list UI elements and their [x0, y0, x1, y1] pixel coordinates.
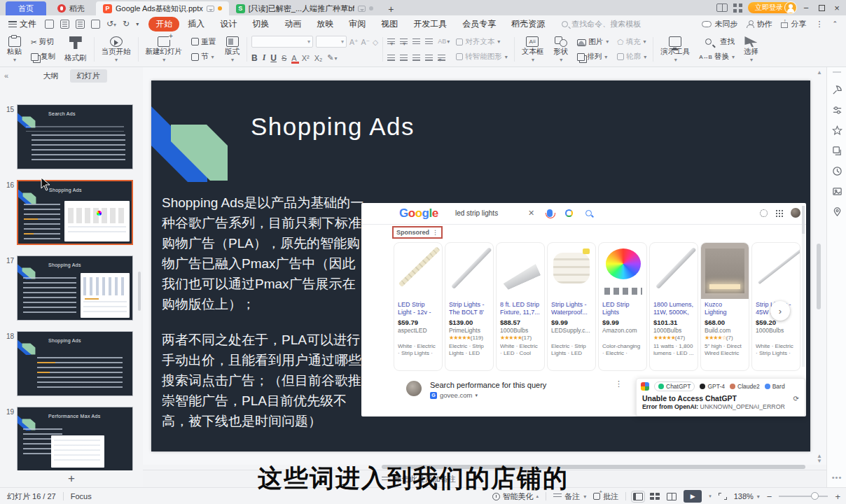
shapes-button[interactable]: 形状 [550, 34, 571, 64]
highlight-button[interactable]: ✎ [327, 53, 337, 62]
decrease-font-icon[interactable]: A⁻ [361, 38, 370, 46]
restore-button[interactable] [817, 3, 826, 13]
undo-icon[interactable]: ↺▾ [106, 19, 116, 29]
outline-button[interactable]: 轮廓 [615, 51, 649, 62]
product-card[interactable]: LED Strip Light - 12v - Flexib... $59.79… [394, 242, 443, 371]
panel-more-icon[interactable]: ••• [827, 473, 846, 482]
search-submit-icon[interactable] [585, 210, 592, 216]
font-color-button[interactable]: A [291, 54, 296, 62]
scroll-down-arrows[interactable]: ▲▼ [817, 454, 822, 463]
focus-mode-label[interactable]: Focus [71, 492, 92, 500]
login-button[interactable]: 立即登录 [748, 2, 796, 13]
product-title[interactable]: LED Strip Lights 32.8ft,... [602, 301, 643, 316]
slideshow-play-button[interactable]: ▶ [684, 490, 702, 503]
product-card[interactable]: 1800 Lumens, 11W, 5000K, ... $101.31 100… [649, 242, 698, 371]
increase-font-icon[interactable]: A⁺ [349, 38, 359, 46]
product-title[interactable]: LED Strip Light - 12v - Flexib... [398, 301, 438, 316]
menu-item-6[interactable]: 审阅 [342, 17, 373, 31]
menu-item-5[interactable]: 放映 [310, 17, 340, 31]
product-card[interactable]: Kuzco Lighting EW71305... $68.00 Build.c… [700, 242, 749, 371]
panel-handle[interactable] [833, 71, 841, 73]
print-preview-icon[interactable] [91, 20, 100, 29]
underline-button[interactable]: U [270, 53, 277, 63]
save-icon[interactable] [45, 20, 54, 29]
layout-button[interactable]: 版式 [222, 34, 242, 64]
voice-search-icon[interactable] [547, 209, 553, 217]
numbering-button[interactable] [400, 38, 408, 45]
slide-thumbnail-19[interactable]: Performance Max Ads [17, 407, 133, 470]
more-menu-icon[interactable]: ⋮ [815, 20, 823, 29]
new-tab-button[interactable]: + [384, 3, 397, 15]
increase-indent-button[interactable] [425, 38, 433, 45]
ai-model-chip[interactable]: Bard [765, 383, 785, 390]
product-card[interactable]: Strip Lights - Waterproof... $9.99 LEDSu… [547, 242, 596, 371]
line-spacing-button[interactable] [438, 55, 445, 61]
collapse-ribbon-icon[interactable]: ⌃ [832, 20, 838, 27]
fill-button[interactable]: ⬠填充 [615, 36, 649, 48]
sidebar-scrollbar[interactable] [138, 272, 141, 311]
section-button[interactable]: 节 [189, 51, 218, 62]
quick-tools-icon[interactable] [827, 80, 846, 100]
slide-16[interactable]: Shopping Ads Shopping Ads是以产品为基础的一种谷歌广告系… [151, 80, 810, 451]
menu-item-2[interactable]: 设计 [213, 17, 244, 31]
ai-model-chip[interactable]: GPT-4 [700, 383, 725, 390]
clear-query-icon[interactable]: ✕ [528, 209, 534, 218]
beautify-star-icon[interactable] [827, 120, 846, 141]
ai-model-chip[interactable]: Claude2 [730, 383, 760, 390]
file-menu[interactable]: 文件 [8, 18, 36, 30]
docer-tab[interactable]: 稻壳 [46, 1, 96, 15]
vertical-scrollbar[interactable] [817, 244, 821, 309]
justify-button[interactable] [425, 55, 433, 61]
reset-button[interactable]: 重置 [189, 36, 218, 48]
duplicate-icon[interactable] [827, 141, 846, 161]
command-search[interactable]: 查找命令、搜索模板 [562, 19, 641, 29]
collapse-sidebar-button[interactable]: « [4, 71, 8, 80]
to-smartart-button[interactable]: 转智能图形 [454, 51, 510, 62]
superscript-button[interactable]: X² [302, 54, 310, 62]
menu-item-4[interactable]: 动画 [277, 17, 308, 31]
product-title[interactable]: Strip Lights - The BOLT 8' ... [449, 301, 490, 316]
apps-grid-icon[interactable] [733, 4, 742, 13]
doc-tab-active[interactable]: P Google Ads基础知识.pptx [96, 1, 229, 15]
text-box-button[interactable]: A≡ 文本框 [519, 34, 547, 64]
share-button[interactable]: 分享 [781, 19, 806, 29]
cut-button[interactable]: ✂剪切 [29, 36, 57, 48]
menu-item-3[interactable]: 切换 [245, 17, 276, 31]
find-button[interactable]: 查找 [697, 36, 737, 48]
align-right-button[interactable] [412, 55, 420, 61]
product-title[interactable]: 8 ft. LED Strip Fixture, 11,7... [500, 301, 541, 316]
paste-button[interactable]: 粘贴 [4, 34, 25, 64]
home-tab[interactable]: 首页 [6, 1, 46, 15]
product-title[interactable]: Kuzco Lighting EW71305... [705, 301, 745, 316]
add-slide-button[interactable]: + [0, 470, 143, 487]
slides-tab[interactable]: 幻灯片 [70, 69, 107, 83]
google-search-screenshot[interactable]: Google led strip lights ✕ Sponsored ⋮ LE… [361, 203, 806, 416]
google-apps-icon[interactable] [775, 209, 783, 217]
ai-model-chip[interactable]: ChatGPT [654, 382, 695, 391]
collaborate-button[interactable]: 协作 [747, 19, 772, 29]
image-tools-icon[interactable] [827, 181, 846, 202]
decrease-indent-button[interactable] [412, 38, 420, 45]
text-direction-button[interactable]: AB [438, 38, 450, 45]
arrange-button[interactable]: 排列 [575, 51, 611, 62]
profile-avatar[interactable] [791, 208, 800, 218]
product-card[interactable]: LED Strip Lights 32.8ft,... $9.99 Amazon… [598, 242, 647, 371]
menu-item-10[interactable]: 稻壳资源 [504, 17, 552, 31]
settings-sliders-icon[interactable] [827, 100, 846, 120]
font-size-select[interactable]: ▾ [316, 36, 347, 48]
align-left-button[interactable] [387, 55, 395, 61]
chevron-down-icon[interactable]: ▾ [475, 393, 478, 398]
scroll-up-arrow[interactable]: ▲ [817, 69, 822, 76]
slide-thumbnail-16-selected[interactable]: Shopping Ads [17, 180, 133, 245]
settings-gear-icon[interactable] [760, 209, 768, 217]
format-painter-button[interactable]: 格式刷 [62, 34, 90, 64]
subscript-button[interactable]: X₂ [314, 54, 323, 62]
screenshot-scrollbar[interactable] [802, 206, 805, 367]
product-title[interactable]: Strip Lights - Waterproof... [551, 301, 592, 316]
qat-more-icon[interactable]: ▾ [136, 21, 139, 27]
product-title[interactable]: 1800 Lumens, 11W, 5000K, ... [653, 301, 694, 316]
zoom-out-button[interactable]: − [767, 491, 772, 502]
slide-sorter-view-button[interactable] [650, 493, 660, 500]
slide-title[interactable]: Shopping Ads [251, 113, 415, 141]
sync-status[interactable]: 未同步 [702, 19, 737, 29]
